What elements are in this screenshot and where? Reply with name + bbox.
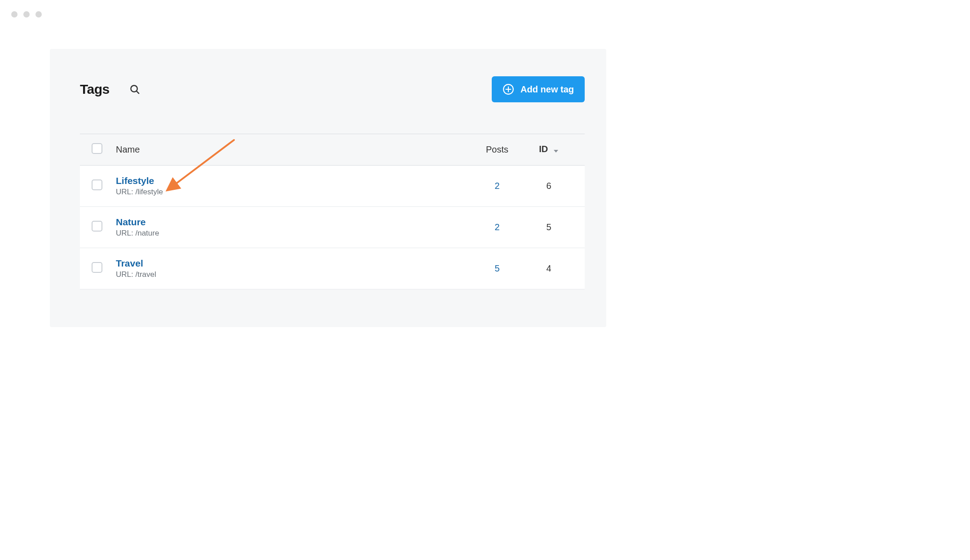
row-checkbox[interactable] <box>92 179 102 190</box>
svg-line-1 <box>137 91 139 93</box>
row-checkbox[interactable] <box>92 262 102 273</box>
tag-url-text: URL: /nature <box>116 229 468 238</box>
row-id-cell: 6 <box>526 166 585 207</box>
row-name-cell: Nature URL: /nature <box>116 207 468 248</box>
table-body: Lifestyle URL: /lifestyle 2 6 Nature URL… <box>80 166 585 289</box>
posts-count-link[interactable]: 2 <box>494 222 499 232</box>
add-new-tag-button[interactable]: Add new tag <box>492 76 585 102</box>
row-checkbox-cell <box>80 248 116 289</box>
tags-table: Name Posts ID <box>80 134 585 289</box>
tag-url-text: URL: /lifestyle <box>116 188 468 197</box>
tag-name-link[interactable]: Nature <box>116 217 468 228</box>
header-left: Tags <box>80 82 141 97</box>
url-prefix: URL: <box>116 229 135 237</box>
row-name-cell: Lifestyle URL: /lifestyle <box>116 166 468 207</box>
window-controls <box>11 11 42 18</box>
row-posts-cell: 2 <box>468 207 526 248</box>
posts-count-link[interactable]: 2 <box>494 181 499 191</box>
tag-name-link[interactable]: Travel <box>116 258 468 269</box>
table-row: Lifestyle URL: /lifestyle 2 6 <box>80 166 585 207</box>
url-prefix: URL: <box>116 270 135 279</box>
panel-header: Tags Add new tag <box>80 76 585 103</box>
row-checkbox-cell <box>80 166 116 207</box>
table-row: Travel URL: /travel 5 4 <box>80 248 585 289</box>
row-id-cell: 4 <box>526 248 585 289</box>
page-title: Tags <box>80 82 110 97</box>
tags-panel: Tags Add new tag <box>50 49 606 327</box>
url-path: /nature <box>135 229 159 237</box>
window-dot <box>11 11 18 18</box>
row-checkbox-cell <box>80 207 116 248</box>
column-header-id-label: ID <box>539 144 548 154</box>
url-prefix: URL: <box>116 188 135 196</box>
add-button-label: Add new tag <box>520 84 574 95</box>
row-name-cell: Travel URL: /travel <box>116 248 468 289</box>
plus-circle-icon <box>503 83 514 95</box>
search-button[interactable] <box>130 84 141 95</box>
table-header-row: Name Posts ID <box>80 134 585 166</box>
column-header-id[interactable]: ID <box>526 134 585 166</box>
select-all-checkbox[interactable] <box>92 143 102 154</box>
column-header-name[interactable]: Name <box>116 134 468 166</box>
tag-url-text: URL: /travel <box>116 270 468 279</box>
tags-table-area: Name Posts ID <box>80 134 585 289</box>
row-posts-cell: 5 <box>468 248 526 289</box>
column-header-checkbox <box>80 134 116 166</box>
url-path: /travel <box>135 270 156 279</box>
sort-caret-icon <box>553 145 559 155</box>
row-posts-cell: 2 <box>468 166 526 207</box>
search-icon <box>130 84 140 95</box>
window-dot <box>23 11 30 18</box>
posts-count-link[interactable]: 5 <box>494 263 499 273</box>
row-checkbox[interactable] <box>92 221 102 232</box>
tag-name-link[interactable]: Lifestyle <box>116 175 468 186</box>
table-row: Nature URL: /nature 2 5 <box>80 207 585 248</box>
column-header-posts[interactable]: Posts <box>468 134 526 166</box>
row-id-cell: 5 <box>526 207 585 248</box>
window-dot <box>35 11 42 18</box>
url-path: /lifestyle <box>135 188 163 196</box>
